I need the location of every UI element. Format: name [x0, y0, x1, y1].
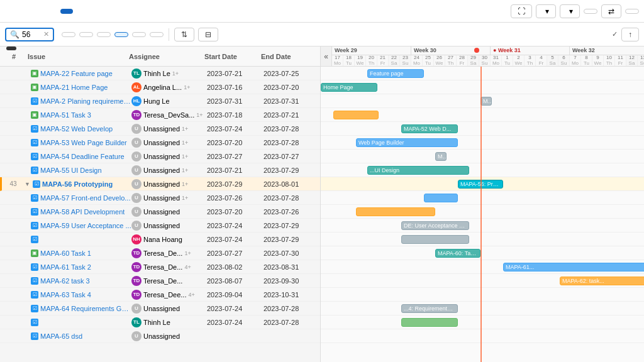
today-button[interactable]: ▾ [536, 4, 556, 18]
filter-button[interactable]: ⊟ [198, 28, 218, 41]
table-row[interactable]: ☑ TL Thinh Le 2023-07-24 2023-07-28 [0, 315, 320, 329]
cell-issue: ☑ MAPA-65 dsd [23, 332, 131, 340]
search-box: 🔍 ✕ [5, 28, 54, 41]
table-row[interactable]: ☑ MAPA-57 Front-end Develo... U Unassign… [0, 191, 320, 205]
table-row[interactable]: ☑ MAPA-58 API Development U Unassigned 2… [0, 205, 320, 219]
issue-link[interactable]: MAPA-61 Task 2 [40, 263, 91, 271]
table-row[interactable]: ☑ MAPA-53 Web Page Builder U Unassigned … [0, 136, 320, 150]
weeks-button[interactable]: ▾ [560, 4, 580, 18]
table-row[interactable]: ☑ MAPA-63 Task 4 TD Teresa_Dee... 4+ 202… [0, 288, 320, 302]
assignee-name: Nana Hoang [143, 236, 182, 243]
issue-link[interactable]: MAPA-63 Task 4 [40, 291, 91, 299]
nav-gantt[interactable] [60, 9, 73, 14]
export-button[interactable]: ↑ [621, 28, 639, 41]
table-row[interactable]: ☑ NH Nana Hoang 2023-07-24 2023-07-29 [0, 233, 320, 246]
issue-link[interactable]: MAPA-62 task 3 [40, 277, 90, 285]
avatar: U [131, 207, 142, 217]
gantt-bar[interactable]: MAPA-62: task... [560, 277, 644, 285]
assignee-name: Unassigned [143, 167, 180, 174]
table-row[interactable]: ☑ MAPA-2 Planing requirements HL Hung Le… [0, 94, 320, 108]
table-row[interactable]: ☑ MAPA-61 Task 2 TD Teresa_De... 4+ 2023… [0, 260, 320, 274]
table-row[interactable]: ☑ MAPA-62 task 3 TD Teresa_De... 2023-08… [0, 274, 320, 288]
issue-link[interactable]: MAPA-58 API Development [40, 208, 125, 216]
cell-start-date: 2023-07-31 [207, 97, 264, 105]
nav-resource[interactable] [19, 9, 31, 14]
table-row[interactable]: ☑ MAPA-65 dsd U Unassigned [0, 329, 320, 343]
issue-link[interactable]: MAPA-53 Web Page Builder [40, 139, 127, 146]
table-row[interactable]: ▣ MAPA-21 Home Page AL Angelina L... 1+ … [0, 80, 320, 94]
gantt-bar[interactable]: MAPA-52 Web D... [401, 124, 458, 133]
issue-link[interactable]: MAPA-60 Task 1 [40, 250, 91, 257]
next-button[interactable] [79, 32, 93, 37]
nav-schedule[interactable] [33, 9, 45, 14]
baseline-button[interactable] [114, 32, 128, 37]
nav-report[interactable] [88, 9, 101, 14]
issue-link[interactable]: MAPA-55 UI Design [40, 167, 102, 174]
assignee-name: Teresa_Dee... [143, 291, 186, 299]
issue-link[interactable]: MAPA-56 Prototyping [42, 180, 113, 188]
gantt-bar[interactable]: Feature page [367, 69, 424, 78]
table-row[interactable]: ▣ MAPA-60 Task 1 TD Teresa_De... 1+ 2023… [0, 246, 320, 260]
nav-timeline[interactable] [47, 9, 59, 14]
gantt-bar[interactable]: ...UI Design [367, 166, 469, 175]
avatar: U [131, 331, 142, 341]
gantt-bar[interactable]: DE: User Acceptance Tests... [401, 221, 469, 230]
issue-type-icon: ☑ [31, 222, 38, 229]
assignee-name: Angelina L... [143, 84, 182, 91]
issue-link[interactable]: MAPA-65 dsd [40, 332, 82, 340]
collapse-all-button[interactable] [150, 32, 164, 37]
nav-dashboard[interactable] [5, 9, 18, 14]
table-row[interactable]: ☑ MAPA-52 Web Develop U Unassigned 1+ 20… [0, 122, 320, 136]
issue-link[interactable]: MAPA-22 Feature page [40, 70, 113, 77]
issue-link[interactable]: MAPA-59 User Acceptance ... [40, 222, 131, 229]
table-row[interactable]: ☑ MAPA-55 UI Design U Unassigned 1+ 2023… [0, 163, 320, 177]
gantt-bar[interactable]: MAPA-61... [503, 263, 644, 272]
issue-link[interactable]: MAPA-51 Task 3 [40, 111, 91, 119]
gantt-collapse-button[interactable]: « [321, 47, 332, 67]
search-icon: 🔍 [10, 30, 19, 39]
gantt-bar[interactable]: MAPA-60: Task... [435, 249, 480, 258]
table-row[interactable]: ☑ MAPA-54 Deadline Feature U Unassigned … [0, 150, 320, 163]
day-col: 22Sa [389, 55, 400, 66]
issue-link[interactable]: MAPA-54 Deadline Feature [40, 153, 125, 160]
table-row[interactable]: 43 ▼ ☑ MAPA-56 Prototyping U Unassigned … [0, 177, 320, 191]
assignee-count: 1+ [196, 112, 203, 118]
search-input[interactable] [22, 30, 41, 39]
top-nav: ⛶ ▾ ▾ ⇄ [0, 0, 644, 23]
issue-link[interactable]: MAPA-52 Web Develop [40, 125, 113, 133]
cell-start-date: 2023-07-29 [207, 180, 264, 188]
refresh-button[interactable] [584, 9, 597, 14]
table-row[interactable]: ☑ MAPA-59 User Acceptance ... U Unassign… [0, 219, 320, 233]
day-col: 27Th [445, 55, 457, 66]
expand-all-button[interactable] [132, 32, 146, 37]
gantt-bar[interactable]: MAPA-2: Planing requirements [480, 97, 492, 106]
issue-link[interactable]: MAPA-57 Front-end Develo... [40, 194, 130, 202]
sync-button[interactable]: ⇄ [601, 4, 621, 18]
gantt-bar[interactable] [401, 318, 458, 327]
nav-timelog[interactable] [74, 9, 87, 14]
day-col: 21Fr [377, 55, 389, 66]
issue-link[interactable]: MAPA-64 Requirements Gat... [40, 305, 131, 312]
gantt-row: Home Page [321, 80, 644, 94]
expand-icon[interactable]: ▼ [25, 181, 31, 187]
more-menu-button[interactable] [102, 9, 109, 14]
gantt-bar[interactable]: MAPA-54: Deadline Feature [435, 152, 447, 161]
issue-link[interactable]: MAPA-21 Home Page [40, 84, 108, 91]
table-row[interactable]: ☑ MAPA-64 Requirements Gat... U Unassign… [0, 302, 320, 315]
gantt-bar[interactable]: ...4: Requirements Gathering... [401, 304, 458, 313]
issue-link[interactable]: MAPA-2 Planing requirements [40, 97, 131, 105]
gantt-bar[interactable]: Web Page Builder [356, 138, 458, 147]
table-row[interactable]: ▣ MAPA-51 Task 3 TD Teresa_DevSa... 1+ 2… [0, 108, 320, 122]
gantt-bar[interactable]: Home Page [321, 83, 377, 92]
critical-path-button[interactable] [97, 32, 111, 37]
gantt-bar[interactable] [356, 207, 435, 216]
previous-button[interactable] [62, 32, 75, 37]
settings-button[interactable] [625, 9, 639, 14]
sort-by-button[interactable]: ⇅ [174, 28, 194, 41]
gantt-bar[interactable] [424, 194, 458, 202]
gantt-bar[interactable] [401, 235, 469, 244]
table-row[interactable]: ▣ MAPA-22 Feature page TL Thinh Le 1+ 20… [0, 67, 320, 80]
fullscreen-button[interactable]: ⛶ [511, 4, 532, 18]
gantt-bar[interactable] [333, 111, 379, 119]
search-clear-button[interactable]: ✕ [43, 30, 49, 38]
